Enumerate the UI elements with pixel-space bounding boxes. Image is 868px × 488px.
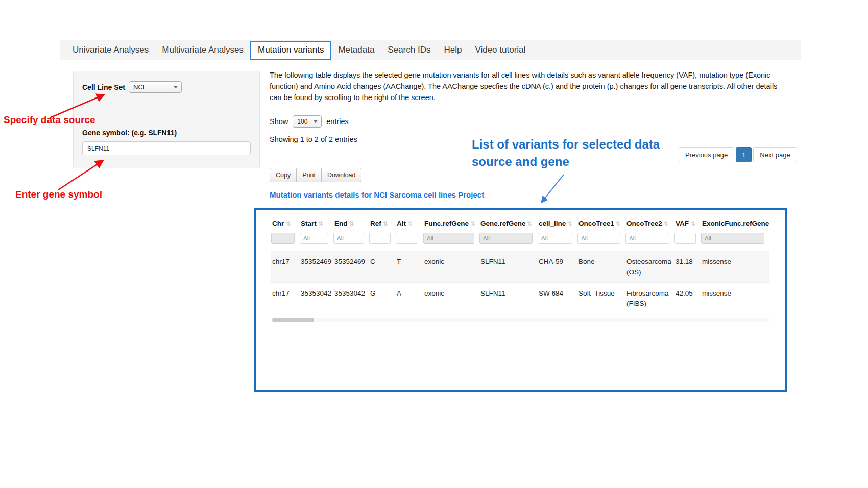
column-label: Alt	[397, 219, 406, 227]
filter-cell	[479, 233, 538, 251]
cell-exonicfunc-refgene: missense	[701, 251, 769, 283]
sort-icon: ⇅	[383, 220, 388, 227]
filter-cell	[423, 233, 479, 251]
column-header-oncotree1[interactable]: OncoTree1⇅	[577, 217, 625, 233]
horizontal-scrollbar[interactable]	[271, 318, 769, 322]
filter-input-alt[interactable]	[396, 233, 418, 244]
column-header-cell-line[interactable]: cell_line⇅	[538, 217, 577, 233]
column-label: OncoTree1	[578, 219, 614, 227]
gene-symbol-input[interactable]	[82, 141, 251, 155]
cell-start: 35353042	[300, 283, 333, 314]
cell-func-refgene: exonic	[423, 283, 479, 314]
filter-input-start[interactable]	[300, 233, 328, 244]
table-row[interactable]: chr17 35352469 35352469 C T exonic SLFN1…	[271, 251, 769, 283]
cell-end: 35353042	[333, 283, 369, 314]
filter-input-ref[interactable]	[369, 233, 391, 244]
previous-page-button[interactable]: Previous page	[679, 147, 734, 162]
cell-cell-line: SW 684	[538, 283, 577, 314]
tab-mutation-variants[interactable]: Mutation variants	[250, 41, 331, 60]
page: Univariate Analyses Multivariate Analyse…	[0, 0, 868, 488]
sort-icon: ⇅	[664, 220, 669, 227]
sort-icon: ⇅	[616, 220, 621, 227]
column-label: Func.refGene	[424, 219, 469, 227]
filter-cell	[396, 233, 423, 251]
variants-table-container: Chr⇅ Start⇅ End⇅ Ref⇅ Alt⇅ Func.refGene⇅…	[254, 208, 787, 392]
download-button[interactable]: Download	[321, 168, 362, 182]
gene-symbol-label: Gene symbol: (e.g. SLFN11)	[82, 129, 251, 137]
filter-input-oncotree2[interactable]	[625, 233, 669, 244]
filter-input-vaf[interactable]	[674, 233, 696, 244]
column-label: Gene.refGene	[480, 219, 526, 227]
cell-cell-line: CHA-59	[538, 251, 577, 283]
page-length-select[interactable]: 100	[293, 115, 322, 128]
current-page-button[interactable]: 1	[736, 147, 752, 162]
filter-input-gene-refgene[interactable]	[479, 233, 533, 244]
next-page-button[interactable]: Next page	[753, 147, 797, 162]
cell-line-set-select[interactable]: NCI	[129, 81, 182, 93]
cell-func-refgene: exonic	[423, 251, 479, 283]
filter-cell	[333, 233, 369, 251]
tab-multivariate-analyses[interactable]: Multivariate Analyses	[155, 40, 250, 60]
column-header-vaf[interactable]: VAF⇅	[674, 217, 701, 233]
cell-exonicfunc-refgene: missense	[701, 283, 769, 314]
sort-icon: ⇅	[567, 220, 572, 227]
show-label: Show	[270, 117, 288, 126]
filter-input-chr[interactable]	[271, 233, 295, 244]
tab-univariate-analyses[interactable]: Univariate Analyses	[66, 40, 155, 60]
filter-input-exonicfunc-refgene[interactable]	[701, 233, 764, 244]
filter-input-oncotree1[interactable]	[577, 233, 620, 244]
tab-search-ids[interactable]: Search IDs	[381, 40, 437, 60]
cell-alt: T	[396, 251, 423, 283]
cell-alt: A	[396, 283, 423, 314]
tab-video-tutorial[interactable]: Video tutorial	[468, 40, 532, 60]
export-button-group: Copy Print Download	[270, 168, 361, 182]
column-header-ref[interactable]: Ref⇅	[369, 217, 396, 233]
cell-oncotree1: Soft_Tissue	[577, 283, 625, 314]
column-header-chr[interactable]: Chr⇅	[271, 217, 300, 233]
filter-cell	[625, 233, 674, 251]
filter-input-cell-line[interactable]	[538, 233, 572, 244]
entries-label: entries	[326, 117, 349, 126]
column-header-start[interactable]: Start⇅	[300, 217, 333, 233]
column-label: cell_line	[539, 219, 566, 227]
column-header-gene-refgene[interactable]: Gene.refGene⇅	[479, 217, 538, 233]
cell-gene-refgene: SLFN11	[479, 283, 538, 314]
filter-input-end[interactable]	[333, 233, 364, 244]
tab-metadata[interactable]: Metadata	[331, 40, 381, 60]
cell-start: 35352469	[300, 251, 333, 283]
cell-chr: chr17	[271, 283, 300, 314]
table-caption: Mutation variants details for NCI Sarcom…	[270, 190, 484, 199]
column-header-oncotree2[interactable]: OncoTree2⇅	[625, 217, 674, 233]
print-button[interactable]: Print	[296, 168, 322, 182]
column-label: ExonicFunc.refGene	[702, 219, 769, 227]
top-navigation: Univariate Analyses Multivariate Analyse…	[60, 40, 801, 60]
sort-icon: ⇅	[318, 220, 323, 227]
column-label: Ref	[370, 219, 381, 227]
table-description: The following table displays the selecte…	[270, 70, 778, 103]
chevron-down-icon	[174, 86, 178, 88]
pagination: Previous page 1 Next page	[679, 147, 797, 162]
column-label: End	[334, 219, 348, 227]
filter-cell	[577, 233, 625, 251]
page-length-value: 100	[297, 118, 307, 125]
cell-ref: G	[369, 283, 396, 314]
column-label: VAF	[676, 219, 689, 227]
filter-input-func-refgene[interactable]	[423, 233, 474, 244]
column-header-end[interactable]: End⇅	[333, 217, 369, 233]
column-header-alt[interactable]: Alt⇅	[396, 217, 423, 233]
column-header-exonicfunc-refgene[interactable]: ExonicFunc.refGene⇅	[701, 217, 769, 233]
filter-cell	[271, 233, 300, 251]
showing-entries-status: Showing 1 to 2 of 2 entries	[270, 135, 357, 143]
list-of-variants-arrow	[542, 175, 564, 202]
annotation-list-of-variants: List of variants for selected data sourc…	[472, 136, 680, 170]
table-row[interactable]: chr17 35353042 35353042 G A exonic SLFN1…	[271, 283, 769, 314]
column-header-func-refgene[interactable]: Func.refGene⇅	[423, 217, 479, 233]
scrollbar-thumb[interactable]	[272, 318, 314, 322]
tab-help[interactable]: Help	[437, 40, 468, 60]
filter-cell	[674, 233, 701, 251]
cell-line-set-label: Cell Line Set	[82, 83, 125, 91]
cell-end: 35352469	[333, 251, 369, 283]
sort-icon: ⇅	[527, 220, 533, 227]
copy-button[interactable]: Copy	[270, 168, 297, 182]
header-row: Chr⇅ Start⇅ End⇅ Ref⇅ Alt⇅ Func.refGene⇅…	[271, 217, 769, 233]
